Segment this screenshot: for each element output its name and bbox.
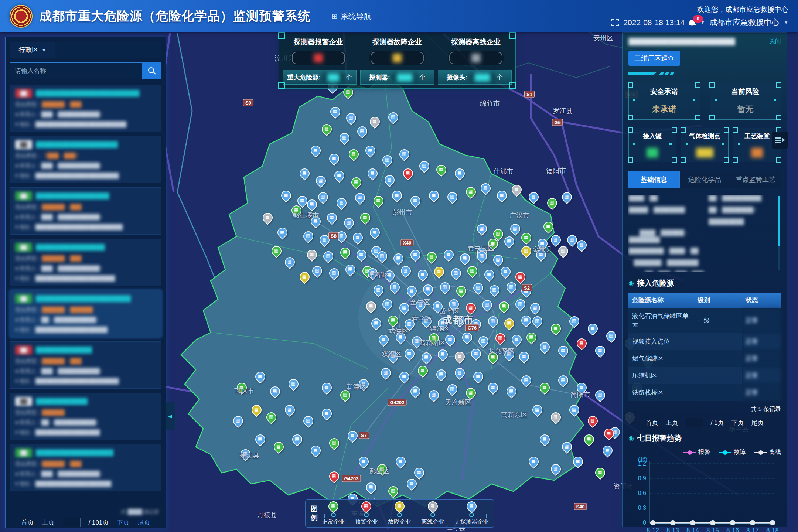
building-icon: ▦ (415, 468, 423, 476)
building-icon: ▦ (596, 391, 604, 399)
hazard-row[interactable]: 燃气储罐区正常 (628, 350, 781, 367)
next-page-link[interactable]: 下页 (117, 518, 129, 527)
svg-text:8-16: 8-16 (726, 527, 739, 532)
legend-item-label: 离线企业 (421, 518, 444, 526)
building-icon: ▦ (488, 317, 497, 325)
last-page-link[interactable]: 尾页 (751, 419, 764, 427)
bell-icon[interactable]: 0 (689, 19, 696, 26)
company-card[interactable]: ███████████████████危化类型：██████－███● 联系人：… (10, 187, 161, 235)
search-button[interactable] (142, 62, 161, 79)
trend-legend-item[interactable]: 离线 (754, 449, 781, 456)
hazard-row[interactable]: 压缩机区正常 (628, 367, 781, 384)
building-icon: ▦ (596, 468, 604, 476)
company-card[interactable]: ██████████████危化类型：██████● 联系人：██（██████… (10, 393, 161, 440)
hazard-name: 液化石油气储罐区单元 (628, 308, 694, 333)
contact-row: ● 联系人：███（███████████） (15, 470, 156, 477)
building-icon: ▦ (352, 178, 360, 186)
hazard-name: 压缩机区 (628, 367, 694, 384)
status-badge: ██ (15, 140, 32, 149)
company-name: ████████████████ (36, 244, 105, 251)
building-icon: ▦ (577, 383, 586, 391)
building-icon: ▦ (588, 324, 597, 332)
3d-patrol-button[interactable]: 三维厂区巡查 (628, 51, 680, 66)
building-icon: ▦ (455, 169, 464, 177)
sidebar-collapse-handle[interactable]: ◀ (166, 402, 175, 430)
hazard-row[interactable]: 视频接入点位正常 (628, 333, 781, 350)
company-card[interactable]: █████████████████████危化类型：【███－███】● 联系人… (10, 136, 161, 183)
search-icon (148, 67, 154, 73)
building-icon: ▦ (272, 247, 280, 255)
company-card[interactable]: ████████████████████████危化类型：██████－████… (10, 290, 161, 337)
trend-legend-item[interactable]: 报警 (683, 449, 710, 456)
building-icon: ▦ (400, 372, 408, 380)
system-nav-button[interactable]: ⊞ 系统导航 (331, 11, 372, 21)
app-title: 成都市重大危险源（危险化学品）监测预警系统 (39, 8, 311, 25)
building-icon: ▦ (389, 316, 397, 324)
building-icon: ▦ (330, 269, 338, 277)
prev-page-link[interactable]: 上页 (666, 419, 678, 427)
building-icon: ▦ (400, 150, 408, 158)
trend-legend-item[interactable]: 故障 (719, 449, 746, 456)
counter-unit: 个 (497, 74, 503, 81)
contact-row: ● 联系人：███（███████████） (15, 162, 156, 169)
legend-item[interactable]: ▦故障企业 (388, 501, 411, 526)
panel-collapse-button[interactable] (772, 132, 788, 149)
building-icon: ▦ (270, 387, 279, 395)
building-icon: ▦ (466, 304, 475, 311)
hazard-row[interactable]: 液化石油气储罐区单元一级正常 (628, 308, 781, 333)
counter-value: ███ (324, 73, 343, 82)
company-card[interactable]: ████████████████████危化类型：██████－███● 联系人… (10, 444, 161, 491)
first-page-link[interactable]: 首页 (646, 419, 658, 427)
svg-text:8-15: 8-15 (706, 527, 719, 532)
building-icon: ▦ (282, 191, 290, 199)
tab-重点监管工艺[interactable]: 重点监管工艺 (730, 171, 781, 188)
legend-item[interactable]: ▦离线企业 (421, 501, 444, 526)
hazard-col-header: 危险源名称 (628, 293, 694, 308)
district-value-input[interactable] (55, 42, 161, 58)
company-card[interactable]: ███████████████危化类型：██████－███● 联系人：███（… (10, 341, 161, 389)
legend-label: 离线 (769, 449, 781, 456)
company-card[interactable]: ██████████████████危化类型：██████－███● 联系人：█… (10, 239, 161, 286)
page-number-input[interactable] (63, 518, 81, 527)
stat-value-capsule: ██ (291, 51, 346, 65)
legend-item[interactable]: ▦预警企业 (355, 501, 378, 526)
search-input[interactable] (10, 62, 142, 79)
building-icon: ▦ (512, 185, 521, 193)
status-badge: ██ (15, 243, 32, 252)
address-row: ▾ 地址：████████████████████ (15, 480, 156, 487)
building-icon: ▦ (370, 117, 379, 125)
metric-label: 接入罐 (629, 132, 676, 140)
app-header: 成都市重大危险源（危险化学品）监测预警系统 ⊞ 系统导航 欢迎您，成都市应急救援… (0, 0, 798, 32)
address-row: ▾ 地址：███████████████████ (15, 326, 156, 333)
tab-危险化学品[interactable]: 危险化学品 (679, 171, 730, 188)
counter-label: 探测器: (369, 73, 390, 82)
close-panel-link[interactable]: 关闭 (769, 38, 781, 45)
legend-item[interactable]: ▦正常企业 (322, 501, 345, 526)
prev-page-link[interactable]: 上页 (42, 518, 55, 527)
building-icon: ▦ (482, 301, 491, 308)
page-number-input[interactable] (686, 418, 703, 427)
scrollbar[interactable] (778, 196, 780, 270)
bullet-icon: ◉ (628, 434, 634, 442)
stat-column: 探测器离线企业██ (441, 37, 511, 65)
building-icon: ▦ (423, 285, 432, 293)
last-page-link[interactable]: 尾页 (137, 518, 150, 527)
tab-基础信息[interactable]: 基础信息 (628, 171, 679, 188)
org-menu[interactable]: 成都市应急救援中心 (709, 17, 779, 28)
district-filter-dropdown[interactable]: 行政区 ▼ (10, 42, 55, 58)
metric-value: ███ (681, 148, 729, 157)
building-icon: ▦ (412, 337, 421, 345)
building-icon: ▦ (551, 236, 560, 243)
legend-pin-icon: ▦ (426, 499, 440, 513)
contact-row: ● 联系人：██（███████████） (15, 419, 156, 426)
safety-commitment-box: 安全承诺 未承诺 (628, 83, 700, 120)
company-card[interactable]: ██████████████████████████危化类型：██████－██… (10, 85, 161, 132)
building-icon: ▦ (353, 233, 362, 241)
first-page-link[interactable]: 首页 (21, 518, 34, 527)
hazard-row[interactable]: 铁路栈桥区正常 (628, 384, 781, 401)
next-page-link[interactable]: 下页 (731, 419, 744, 427)
fullscreen-icon[interactable] (611, 19, 619, 26)
basic-info-section: ████：████：███████████████：██████████：███… (628, 195, 781, 272)
building-icon: ▦ (536, 250, 545, 258)
legend-item[interactable]: ▦无探测器企业 (454, 501, 489, 526)
